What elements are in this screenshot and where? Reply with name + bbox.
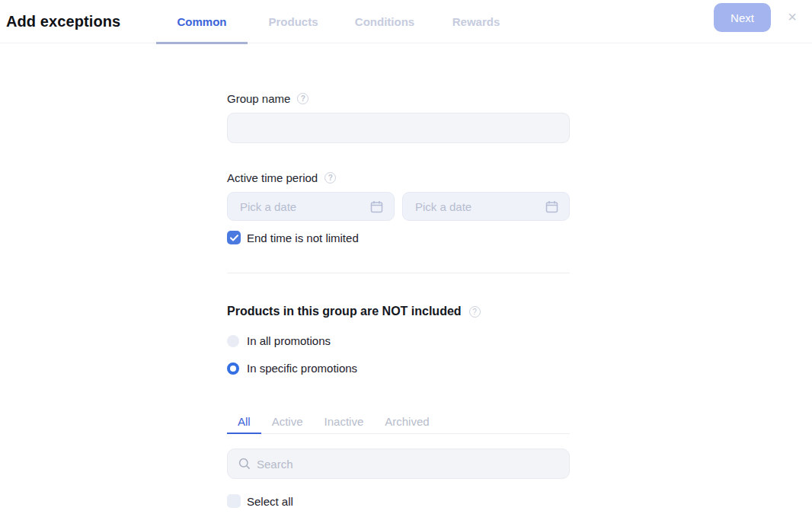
not-included-heading-text: Products in this group are NOT included: [227, 305, 462, 318]
search-field[interactable]: [227, 449, 570, 479]
start-date-placeholder: Pick a date: [240, 200, 370, 213]
end-date-input[interactable]: Pick a date: [402, 192, 570, 221]
group-name-input[interactable]: [227, 113, 570, 143]
calendar-icon: [545, 200, 558, 213]
calendar-icon: [370, 200, 383, 213]
date-range-row: Pick a date Pick a date: [227, 192, 570, 221]
tab-conditions[interactable]: Conditions: [339, 0, 430, 43]
active-time-period-label-text: Active time period: [227, 171, 318, 184]
start-date-input[interactable]: Pick a date: [227, 192, 395, 221]
end-time-not-limited-label: End time is not limited: [247, 231, 359, 244]
radio-in-all-promotions[interactable]: In all promotions: [227, 334, 331, 347]
not-included-heading: Products in this group are NOT included …: [227, 305, 481, 318]
section-divider: [227, 273, 570, 273]
search-input[interactable]: [257, 458, 558, 471]
help-icon[interactable]: ?: [297, 93, 308, 104]
tab-rewards[interactable]: Rewards: [430, 0, 522, 43]
filter-tab-active[interactable]: Active: [261, 410, 314, 433]
filter-tab-all[interactable]: All: [227, 410, 261, 433]
checkmark-icon: [230, 235, 238, 241]
tab-products[interactable]: Products: [248, 0, 339, 43]
radio-on-icon[interactable]: [227, 362, 239, 375]
group-name-label: Group name ?: [227, 92, 308, 105]
search-icon: [238, 458, 251, 470]
end-time-not-limited-checkbox-row[interactable]: End time is not limited: [227, 231, 359, 244]
filter-tab-inactive[interactable]: Inactive: [314, 410, 375, 433]
radio-in-all-promotions-label: In all promotions: [247, 334, 331, 347]
page-title: Add exceptions: [6, 0, 120, 43]
help-icon[interactable]: ?: [324, 172, 336, 184]
help-icon[interactable]: ?: [469, 306, 481, 318]
select-all-checkbox-row[interactable]: Select all: [227, 494, 293, 508]
checkbox-unchecked-icon[interactable]: [227, 494, 241, 508]
header-bar: Add exceptions Common Products Condition…: [0, 0, 812, 43]
wizard-tabs: Common Products Conditions Rewards: [156, 0, 522, 43]
radio-off-icon[interactable]: [227, 335, 239, 347]
radio-in-specific-promotions[interactable]: In specific promotions: [227, 362, 357, 375]
promotions-filter-tabs: All Active Inactive Archived: [227, 410, 570, 434]
close-icon[interactable]: ×: [783, 8, 801, 26]
next-button[interactable]: Next: [714, 3, 771, 32]
radio-in-specific-promotions-label: In specific promotions: [247, 362, 357, 375]
tab-common[interactable]: Common: [156, 0, 248, 43]
end-date-placeholder: Pick a date: [415, 200, 545, 213]
select-all-label: Select all: [247, 495, 293, 508]
filter-tab-archived[interactable]: Archived: [374, 410, 440, 433]
checkbox-checked-icon[interactable]: [227, 231, 241, 244]
group-name-label-text: Group name: [227, 92, 290, 105]
active-time-period-label: Active time period ?: [227, 171, 336, 184]
